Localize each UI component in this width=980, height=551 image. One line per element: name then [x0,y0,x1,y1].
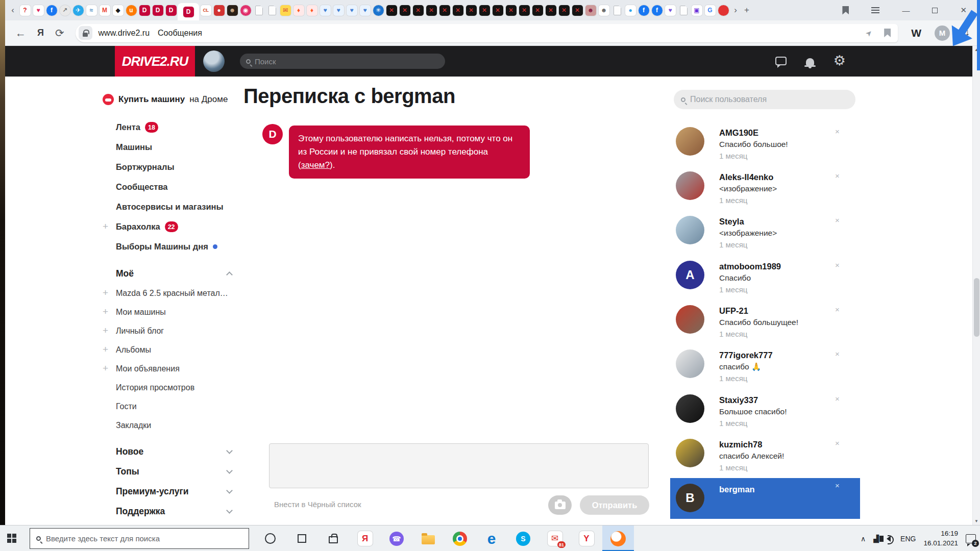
sidebar-item-7[interactable]: Выборы Машины дня [100,237,253,257]
contact-row[interactable]: Staxiy337Большое спасибо!1 месяц× [676,394,860,435]
browser-tab[interactable]: ✕ [478,0,491,20]
close-conversation-icon[interactable]: × [835,439,840,447]
browser-tab[interactable]: ♥ [32,0,45,20]
browser-tab[interactable]: ● [624,0,637,20]
contact-row[interactable]: Steyla<изображение>1 месяц× [676,216,860,257]
action-center-icon[interactable]: 2 [966,534,976,543]
browser-tab[interactable]: ✕ [438,0,451,20]
blacklist-link[interactable]: Внести в Чёрный список [274,500,361,509]
browser-tab[interactable]: ☻ [226,0,239,20]
sidebar-item-2[interactable]: Машины [100,137,253,157]
browser-tab[interactable]: CL [199,0,212,20]
browser-tab[interactable]: ♥ [358,0,372,20]
browser-tab[interactable]: ✕ [385,0,398,20]
browser-tab[interactable]: ✕ [398,0,411,20]
browser-tab[interactable]: f [637,0,650,20]
my-item-7[interactable]: Гости [100,397,253,416]
minimize-button[interactable]: — [902,6,910,15]
browser-tab[interactable]: ✕ [451,0,464,20]
browser-tab[interactable]: ↗ [58,0,71,20]
turbo-icon[interactable]: ➤ [863,28,874,39]
tab-scroll-left-button[interactable]: ‹ [7,5,18,15]
sidebar-item-6[interactable]: +Барахолка22 [100,217,253,237]
drom-promo-link[interactable]: Купить машину на Дроме [103,93,253,106]
browser-tab[interactable]: D [138,0,151,20]
close-conversation-icon[interactable]: × [835,305,840,314]
taskbar-icon-cortana[interactable] [254,525,286,551]
yandex-home-button[interactable]: Я [37,28,44,38]
site-search-input[interactable]: Поиск [240,54,445,69]
contact-row[interactable]: Aatmoboom1989Спасибо1 месяц× [676,261,860,302]
taskbar-icon-task-view[interactable] [286,525,317,551]
browser-tab[interactable]: ✉ [279,0,292,20]
close-conversation-icon[interactable]: × [835,394,840,403]
refresh-button[interactable]: ⟳ [55,27,64,39]
sidebar-item-3[interactable]: Бортжурналы [100,157,253,177]
my-item-5[interactable]: +Мои объявления [100,359,253,378]
taskbar-icon-active-browser-window[interactable] [602,525,634,551]
section-1[interactable]: Новое [100,442,253,462]
taskbar-clock[interactable]: 16:19 16.01.2021 [923,529,958,547]
browser-tab[interactable]: G [703,0,717,20]
scrollbar-thumb[interactable] [974,278,979,337]
my-item-2[interactable]: +Мои машины [100,303,253,321]
contact-row[interactable]: Aleks-Il4enko<изображение>1 месяц× [676,171,860,212]
browser-tab[interactable]: ✈ [71,0,85,20]
browser-tab[interactable]: ✕ [557,0,571,20]
maximize-button[interactable] [932,8,938,13]
taskbar-icon-file-explorer[interactable] [412,525,444,551]
browser-tab[interactable]: ✕ [571,0,584,20]
taskbar-icon-skype[interactable]: S [507,525,539,551]
browser-tab[interactable]: ♥ [318,0,332,20]
extension-w-icon[interactable]: W [911,27,921,39]
close-conversation-icon[interactable]: × [835,216,840,224]
browser-tab[interactable]: D [164,0,178,20]
my-item-1[interactable]: +Mazda 6 2.5 красный метал… [100,284,253,303]
start-button[interactable] [7,534,16,543]
attach-photo-button[interactable] [548,495,572,515]
language-indicator[interactable]: ENG [900,535,916,543]
browser-tab[interactable]: u [125,0,138,20]
volume-icon[interactable] [887,536,891,542]
browser-tab[interactable] [252,0,265,20]
browser-tab[interactable] [265,0,279,20]
browser-tab[interactable]: f [45,0,58,20]
browser-tab[interactable]: ◆ [111,0,125,20]
browser-tab[interactable]: ✕ [425,0,438,20]
contact-row-selected[interactable]: Bbergman× [670,478,860,519]
tab-overflow-button[interactable]: › [730,5,741,15]
browser-tab[interactable]: ☻ [597,0,610,20]
browser-menu-icon[interactable] [871,7,879,8]
hidden-icons-chevron[interactable]: ∧ [861,535,866,543]
taskbar-icon-viber[interactable]: ☎ [381,525,412,551]
taskbar-icon-microsoft-store[interactable] [317,525,349,551]
my-item-4[interactable]: +Альбомы [100,340,253,359]
browser-tab[interactable]: ≈ [85,0,98,20]
section-2[interactable]: Топы [100,462,253,482]
browser-tab[interactable]: ✕ [464,0,478,20]
address-bar[interactable]: www.drive2.ru Сообщения ➤ [76,24,898,42]
section-4[interactable]: Поддержка [100,502,253,521]
message-input[interactable] [269,443,649,488]
drive2-logo[interactable]: DRIVE2.RU [115,46,195,77]
contact-row[interactable]: kuzmich78спасибо Алексей!1 месяц× [676,439,860,480]
browser-tab[interactable]: ✕ [491,0,504,20]
new-tab-button[interactable]: + [741,5,752,15]
browser-tab[interactable]: ◉ [239,0,252,20]
browser-tab[interactable]: f [650,0,664,20]
sidebar-item-5[interactable]: Автосервисы и магазины [100,197,253,217]
browser-tab[interactable]: ✳ [372,0,385,20]
close-conversation-icon[interactable]: × [835,171,840,180]
taskbar-icon-yandex-app[interactable]: Я [349,525,381,551]
browser-tab[interactable]: ♦ [292,0,305,20]
browser-tab[interactable]: ♦ [305,0,318,20]
taskbar-icon-yandex-browser[interactable]: Y [571,525,602,551]
close-conversation-icon[interactable]: × [835,261,840,269]
browser-tab[interactable]: ✕ [544,0,557,20]
back-button[interactable]: ← [15,27,26,39]
browser-tab[interactable]: ✕ [504,0,518,20]
network-icon[interactable]: ▟ [873,535,879,543]
browser-tab[interactable]: ♥ [332,0,345,20]
close-conversation-icon[interactable]: × [835,349,840,358]
section-3[interactable]: Премиум-услуги [100,482,253,502]
